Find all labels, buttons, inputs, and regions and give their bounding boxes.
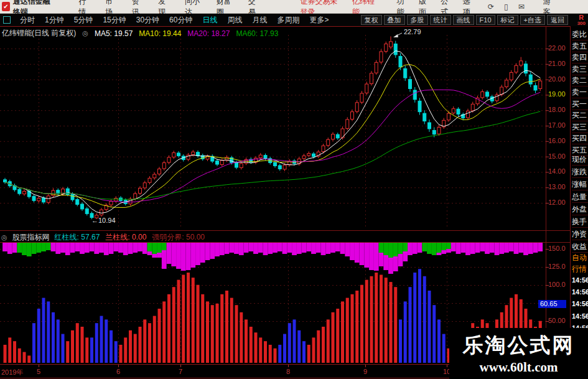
- chart-header: 亿纬锂能(日线 前复权) ◎ MA5: 19.57MA10: 19.44MA20…: [2, 28, 278, 39]
- ma-label: MA60: 17.93: [236, 29, 278, 38]
- sidebar-row: 涨幅: [572, 179, 588, 190]
- sidebar-row: 买三: [572, 121, 588, 133]
- month-label: 8: [286, 368, 290, 375]
- tick-time: 14:56: [572, 311, 588, 322]
- toolbar-button[interactable]: 多股: [407, 15, 428, 25]
- sidebar-row: 卖二: [572, 75, 588, 87]
- sidebar-row: 卖五: [572, 40, 588, 52]
- indicator-current-value: 60.65: [538, 300, 566, 308]
- indicator-output: 兰柱线: 0.00: [105, 232, 146, 243]
- period-button[interactable]: 周线: [227, 15, 242, 26]
- toolbar-button[interactable]: 返回: [547, 15, 568, 25]
- period-button[interactable]: 1分钟: [45, 15, 64, 26]
- price-tick-label: 19.00: [548, 90, 569, 98]
- ma-lines: [5, 51, 540, 213]
- price-tick-label: 13.00: [548, 183, 569, 190]
- period-button[interactable]: 15分钟: [103, 15, 126, 26]
- ma-legend: MA5: 19.57MA10: 19.44MA20: 18.27MA60: 17…: [95, 29, 279, 38]
- watermark: 乐淘公式网 www.60lt.com: [449, 328, 588, 379]
- sidebar-row: 换手: [572, 216, 588, 228]
- price-tick-label: 12.00: [548, 199, 569, 206]
- period-toolbar: 分时1分钟5分钟15分钟30分钟60分钟日线周线月线多周期更多> 复权叠加多股统…: [0, 14, 588, 26]
- period-button[interactable]: 多周期: [277, 15, 299, 26]
- sidebar-mode[interactable]: 行情: [572, 263, 588, 274]
- indicator-header: ◎ 股票指标网 红柱线: 57.67兰柱线: 0.00强弱分界: 50.00: [1, 232, 205, 243]
- mail-icon[interactable]: ✉: [518, 2, 525, 11]
- sidebar-row: 卖四: [572, 52, 588, 63]
- indicator-source: 股票指标网: [12, 232, 50, 243]
- sidebar-row: 总量: [572, 191, 588, 203]
- period-button[interactable]: 5分钟: [74, 15, 93, 26]
- sidebar-row: 卖一: [572, 87, 588, 98]
- tick-time: 14:56: [572, 286, 588, 297]
- toolbar-button[interactable]: 复权: [361, 15, 382, 25]
- toolbar-button[interactable]: 画线: [453, 15, 474, 25]
- annotations: [393, 33, 402, 37]
- phone-icon[interactable]: ▯: [504, 2, 508, 11]
- toolbar-button[interactable]: 叠加: [384, 15, 405, 25]
- price-tick-label: 22.00: [548, 44, 569, 52]
- indicator-tick-label: 125.0: [548, 263, 569, 270]
- year-label: 2019年: [1, 368, 23, 377]
- tick-time: 14:56: [572, 298, 588, 309]
- month-label: 5: [37, 368, 40, 375]
- period-button[interactable]: 30分钟: [136, 15, 159, 26]
- sidebar-row: 外盘: [572, 204, 588, 215]
- toolbar-button[interactable]: +自选: [520, 15, 545, 25]
- sidebar-row: 收益: [572, 241, 588, 253]
- indicator-tick-label: 50.00: [548, 317, 569, 324]
- month-label: 6: [116, 368, 120, 375]
- price-tick-label: 14.00: [548, 167, 569, 175]
- toolbar-button[interactable]: 标记: [497, 15, 518, 25]
- sidebar-row: 净资: [572, 228, 588, 240]
- refresh-icon[interactable]: ⟳: [488, 2, 494, 11]
- price-tick-label: 21.00: [548, 60, 569, 67]
- candlesticks: [4, 36, 542, 219]
- low-annotation: ←10.94: [91, 217, 116, 224]
- indicator-output: 强弱分界: 50.00: [152, 232, 205, 243]
- sidebar-mode[interactable]: 自动: [572, 252, 588, 263]
- month-label: 7: [179, 368, 182, 375]
- high-annotation: 22.79: [404, 28, 421, 35]
- sidebar-row: 买一: [572, 98, 588, 110]
- layout-icon[interactable]: [3, 16, 11, 24]
- indicator-icon[interactable]: ◎: [1, 233, 7, 241]
- top-menubar: 通达信金融终端 行情市场资讯发现问小达财富圈交易 证券交易未登录亿纬锂能 功能版…: [0, 0, 588, 14]
- indicator-tick-label: 100.0: [548, 281, 569, 288]
- period-button-active[interactable]: 日线: [202, 15, 217, 26]
- period-button[interactable]: 更多>: [309, 15, 329, 26]
- sidebar-row: 现价: [572, 154, 588, 166]
- indicator-output: 红柱线: 57.67: [55, 232, 100, 243]
- month-label: 9: [363, 368, 367, 375]
- app-logo-icon: [2, 2, 10, 11]
- eye-icon[interactable]: ◎: [82, 29, 88, 37]
- indicator-tick-label: 150.0: [548, 245, 569, 252]
- quote-sidebar: 委比卖五卖四卖三卖二卖一买一买二买三买四买五现价涨跌涨幅总量外盘换手净资收益自动…: [570, 26, 588, 379]
- watermark-title: 乐淘公式网: [449, 332, 588, 360]
- chart-tool-buttons: 复权叠加多股统计画线F10标记+自选返回: [359, 15, 568, 25]
- sidebar-row: 买四: [572, 133, 588, 144]
- price-tick-label: 16.00: [548, 137, 569, 144]
- indicator-legend: 红柱线: 57.67兰柱线: 0.00强弱分界: 50.00: [55, 232, 205, 243]
- sidebar-row: 委比: [572, 29, 588, 40]
- period-button[interactable]: 60分钟: [169, 15, 192, 26]
- quick-icons: ⟳▯✉: [483, 2, 530, 11]
- ma-label: MA5: 19.57: [95, 29, 133, 38]
- price-tick-label: 15.00: [548, 152, 569, 160]
- period-button[interactable]: 分时: [20, 15, 35, 26]
- grid-lines: [0, 35, 546, 363]
- period-button[interactable]: 月线: [252, 15, 267, 26]
- sidebar-row: 买二: [572, 110, 588, 121]
- ma-label: MA20: 18.27: [187, 29, 230, 38]
- price-tick-label: 18.00: [548, 106, 569, 113]
- toolbar-button[interactable]: F10: [476, 15, 495, 25]
- sidebar-row: 卖三: [572, 63, 588, 75]
- corner-badge: R 300: [577, 14, 586, 27]
- watermark-url: www.60lt.com: [449, 360, 588, 375]
- toolbar-button[interactable]: 统计: [430, 15, 451, 25]
- indicator-caps: [2, 243, 543, 274]
- price-tick-label: 17.00: [548, 121, 569, 129]
- sidebar-row: 涨跌: [572, 166, 588, 178]
- tick-time: 14:56: [572, 274, 588, 286]
- chart-canvas[interactable]: [0, 0, 588, 379]
